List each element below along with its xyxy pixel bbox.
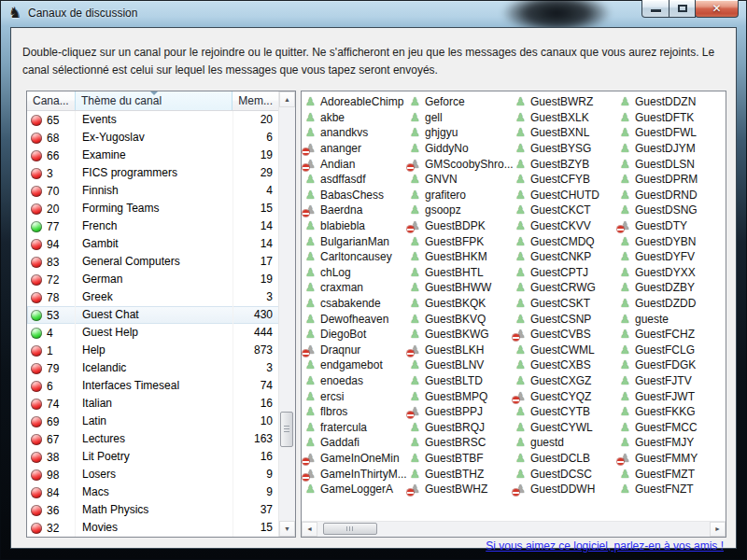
user-list-item[interactable]: ♟GuestCNKP bbox=[515, 249, 620, 265]
user-list-item[interactable]: ♟GuestCSNP bbox=[515, 311, 620, 327]
channel-row[interactable]: 36Math Physics37 bbox=[27, 501, 279, 519]
minimize-button[interactable] bbox=[641, 0, 669, 18]
user-list-item[interactable]: ♟GiddyNo bbox=[410, 141, 514, 157]
scroll-left-icon[interactable]: ◄ bbox=[302, 522, 317, 537]
user-list-item[interactable]: ♟GuestBTHZ bbox=[410, 466, 514, 482]
user-list-item[interactable]: ♟GuestCVBS bbox=[515, 327, 620, 343]
column-header-theme[interactable]: Thème du canal bbox=[75, 91, 233, 110]
channel-row[interactable]: 98Losers9 bbox=[27, 466, 279, 483]
channel-row[interactable]: 83General Computers17 bbox=[27, 253, 279, 271]
channel-row[interactable]: 77French14 bbox=[27, 217, 279, 235]
user-list-item[interactable]: ♟GuestFMMY bbox=[620, 451, 725, 467]
user-list-item[interactable]: ♟Geforce bbox=[410, 94, 514, 110]
channel-row[interactable]: 4Guest Help444 bbox=[27, 324, 279, 342]
user-list-item[interactable]: ♟GuestBLNV bbox=[410, 357, 514, 373]
channel-row[interactable]: 79Icelandic3 bbox=[27, 359, 279, 377]
user-list-item[interactable]: ♟GuestBFPK bbox=[410, 233, 514, 249]
user-list-item[interactable]: ♟Andian bbox=[305, 156, 410, 172]
user-list-item[interactable]: ♟GuestDJYM bbox=[620, 141, 725, 157]
user-list-item[interactable]: ♟GuestFJTV bbox=[620, 373, 725, 389]
scroll-right-icon[interactable]: ► bbox=[710, 522, 726, 537]
user-list-item[interactable]: ♟GuestBWRZ bbox=[515, 94, 620, 110]
user-list-item[interactable]: ♟GuestDLSN bbox=[620, 156, 725, 172]
user-list-item[interactable]: ♟GuestBLTD bbox=[410, 373, 514, 389]
channels-vertical-scrollbar[interactable]: ▲ ▼ bbox=[278, 91, 295, 537]
user-list-item[interactable]: ♟GuestFCLG bbox=[620, 343, 725, 358]
channel-row[interactable]: 38Lit Poetry16 bbox=[27, 448, 279, 466]
scroll-down-icon[interactable]: ▼ bbox=[279, 521, 295, 537]
channel-row[interactable]: 94Gambit14 bbox=[27, 235, 279, 253]
column-header-members[interactable]: Mem... bbox=[233, 91, 279, 110]
user-list-item[interactable]: ♟csabakende bbox=[305, 296, 410, 312]
user-list-item[interactable]: ♟GuestBMPQ bbox=[410, 388, 514, 404]
user-list-item[interactable]: ♟GNVN bbox=[410, 172, 514, 188]
user-list-item[interactable]: ♟GuestDZBY bbox=[620, 280, 725, 296]
user-list-item[interactable]: ♟GMScoobyShro... bbox=[410, 156, 514, 172]
user-list-item[interactable]: ♟GuestFMCC bbox=[620, 419, 725, 435]
channel-row[interactable]: 74Italian16 bbox=[27, 395, 279, 413]
column-header-canal[interactable]: Cana... bbox=[27, 91, 76, 110]
user-list-item[interactable]: ♟GuestCYQZ bbox=[515, 388, 620, 404]
user-list-item[interactable]: ♟fratercula bbox=[305, 419, 410, 435]
maximize-button[interactable] bbox=[669, 0, 696, 18]
title-bar[interactable]: ♞ Canaux de discussion ✕ bbox=[0, 0, 747, 27]
user-list-item[interactable]: ♟GuestBRQJ bbox=[410, 419, 514, 435]
user-list-item[interactable]: ♟GuestDYFV bbox=[620, 249, 725, 265]
user-list-item[interactable]: ♟flbros bbox=[305, 404, 410, 420]
user-list-item[interactable]: ♟GuestCMDQ bbox=[515, 233, 620, 249]
user-list-item[interactable]: ♟GuestDFTK bbox=[620, 110, 725, 126]
channel-row[interactable]: 32Movies15 bbox=[27, 519, 279, 537]
user-list-item[interactable]: ♟ananger bbox=[305, 141, 410, 157]
user-list-item[interactable]: ♟endgamebot bbox=[305, 357, 410, 373]
user-list-item[interactable]: ♟GuestCKCT bbox=[515, 203, 620, 218]
user-list-item[interactable]: ♟GuestBDPK bbox=[410, 218, 514, 234]
user-list-item[interactable]: ♟GuestBRSC bbox=[410, 435, 514, 451]
user-list-item[interactable]: ♟gueste bbox=[620, 311, 725, 327]
user-list-item[interactable]: ♟Dewofheaven bbox=[305, 311, 410, 327]
user-list-item[interactable]: ♟GuestCPTJ bbox=[515, 265, 620, 281]
channel-row[interactable]: 68Ex-Yugoslav6 bbox=[27, 129, 279, 147]
user-list-item[interactable]: ♟GameLoggerA bbox=[305, 482, 410, 497]
user-list-item[interactable]: ♟GuestBTBF bbox=[410, 451, 514, 467]
user-list-item[interactable]: ♟GuestCXBS bbox=[515, 357, 620, 373]
channel-row[interactable]: 67Lectures163 bbox=[27, 430, 279, 448]
user-list-item[interactable]: ♟GuestBKVQ bbox=[410, 311, 514, 327]
user-list-item[interactable]: ♟GameInOneMin bbox=[305, 451, 410, 467]
user-list-item[interactable]: ♟GameInThirtyM... bbox=[305, 466, 410, 482]
channel-row[interactable]: 53Guest Chat430 bbox=[27, 306, 279, 324]
close-button[interactable]: ✕ bbox=[695, 0, 739, 18]
user-list-item[interactable]: ♟GuestDYXX bbox=[620, 265, 725, 281]
channel-row[interactable]: 20Forming Teams15 bbox=[27, 200, 279, 217]
channel-row[interactable]: 65Events20 bbox=[27, 111, 279, 129]
user-list-item[interactable]: ♟BulgarianMan bbox=[305, 233, 410, 249]
horizontal-scrollbar-thumb[interactable] bbox=[323, 523, 377, 535]
channel-row[interactable]: 69Latin10 bbox=[27, 413, 279, 430]
user-list-item[interactable]: ♟GuestBKWG bbox=[410, 327, 514, 343]
user-list-item[interactable]: ♟GuestDYBN bbox=[620, 233, 725, 249]
channel-row[interactable]: 66Examine19 bbox=[27, 147, 279, 164]
user-list-item[interactable]: ♟GuestBWHZ bbox=[410, 482, 514, 497]
user-list-item[interactable]: ♟GuestDDWH bbox=[515, 482, 620, 497]
user-list-item[interactable]: ♟GuestCHUTD bbox=[515, 188, 620, 203]
user-list-item[interactable]: ♟GuestBLKH bbox=[410, 343, 514, 358]
user-list-item[interactable]: ♟gsoopz bbox=[410, 203, 514, 218]
channel-row[interactable]: 1Help873 bbox=[27, 342, 279, 359]
user-list-item[interactable]: ♟GuestDCSC bbox=[515, 466, 620, 482]
user-list-item[interactable]: ♟ercsi bbox=[305, 388, 410, 404]
user-list-item[interactable]: ♟GuestBXLK bbox=[515, 110, 620, 126]
user-list-item[interactable]: ♟GuestDDZN bbox=[620, 94, 725, 110]
channel-row[interactable]: 3FICS programmers29 bbox=[27, 164, 279, 182]
user-list-item[interactable]: ♟GuestFJWT bbox=[620, 388, 725, 404]
user-list-item[interactable]: ♟blabiebla bbox=[305, 218, 410, 234]
user-list-item[interactable]: ♟Baerdna bbox=[305, 203, 410, 218]
user-list-item[interactable]: ♟GuestCXGZ bbox=[515, 373, 620, 389]
user-list-item[interactable]: ♟BabasChess bbox=[305, 188, 410, 203]
user-list-item[interactable]: ♟GuestBHKM bbox=[410, 249, 514, 265]
user-list-item[interactable]: ♟gell bbox=[410, 110, 514, 126]
user-list-item[interactable]: ♟Gaddafi bbox=[305, 435, 410, 451]
user-list-item[interactable]: ♟GuestCYWL bbox=[515, 419, 620, 435]
scroll-up-icon[interactable]: ▲ bbox=[279, 91, 295, 107]
user-list-item[interactable]: ♟GuestFDGK bbox=[620, 357, 725, 373]
user-list-item[interactable]: ♟GuestCKVV bbox=[515, 218, 620, 234]
user-list-item[interactable]: ♟GuestDTY bbox=[620, 218, 725, 234]
